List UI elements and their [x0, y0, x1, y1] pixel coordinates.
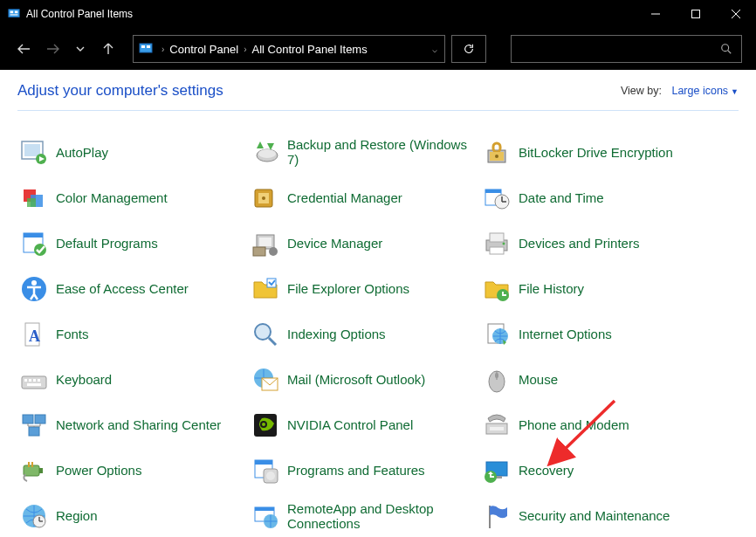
- history-dropdown[interactable]: [70, 38, 91, 59]
- back-button[interactable]: [14, 38, 35, 59]
- programs-icon: [251, 456, 280, 485]
- svg-rect-56: [29, 379, 31, 382]
- item-fonts[interactable]: AFonts: [19, 320, 251, 349]
- clock-icon: [482, 183, 512, 213]
- item-device-manager[interactable]: Device Manager: [251, 229, 482, 258]
- chevron-right-icon[interactable]: ›: [158, 45, 168, 54]
- view-by-dropdown[interactable]: Large icons▼: [671, 85, 739, 97]
- chevron-down-icon[interactable]: ⌵: [432, 45, 439, 54]
- navbar: › Control Panel › All Control Panel Item…: [0, 28, 756, 70]
- item-remoteapp[interactable]: RemoteApp and Desktop Connections: [251, 501, 482, 532]
- svg-text:A: A: [29, 327, 40, 345]
- svg-rect-2: [15, 11, 18, 14]
- item-label: Date and Time: [519, 190, 604, 205]
- keyboard-icon: [19, 365, 49, 395]
- forward-button[interactable]: [42, 38, 63, 59]
- svg-rect-46: [267, 279, 276, 287]
- search-input[interactable]: [511, 35, 742, 63]
- address-bar[interactable]: › Control Panel › All Control Panel Item…: [133, 35, 445, 63]
- item-security-maintenance[interactable]: Security and Maintenance: [482, 501, 713, 532]
- network-icon: [19, 410, 49, 440]
- item-devices-printers[interactable]: Devices and Printers: [482, 229, 713, 258]
- breadcrumb-all-items[interactable]: All Control Panel Items: [250, 43, 368, 56]
- svg-rect-59: [27, 383, 41, 386]
- item-label: Keyboard: [56, 372, 112, 387]
- fonts-icon: A: [19, 320, 49, 349]
- item-label: Security and Maintenance: [519, 508, 670, 523]
- svg-line-51: [269, 338, 276, 345]
- svg-rect-38: [253, 247, 265, 256]
- item-indexing-options[interactable]: Indexing Options: [251, 320, 482, 349]
- item-autoplay[interactable]: AutoPlay: [19, 137, 251, 168]
- window-controls: [636, 0, 756, 28]
- close-button[interactable]: [716, 0, 756, 28]
- refresh-button[interactable]: [451, 35, 486, 63]
- item-backup-restore[interactable]: Backup and Restore (Windows 7): [251, 137, 482, 168]
- item-power-options[interactable]: Power Options: [19, 456, 251, 485]
- flag-icon: [482, 501, 512, 531]
- item-file-explorer-options[interactable]: File Explorer Options: [251, 274, 482, 304]
- item-label: NVIDIA Control Panel: [287, 417, 413, 432]
- item-label: Recovery: [519, 463, 574, 478]
- up-button[interactable]: [98, 38, 119, 59]
- svg-rect-1: [10, 11, 14, 14]
- item-label: Indexing Options: [287, 327, 386, 341]
- breadcrumb-control-panel[interactable]: Control Panel: [168, 43, 240, 56]
- page-title: Adjust your computer's settings: [17, 82, 223, 100]
- item-mouse[interactable]: Mouse: [482, 365, 713, 395]
- item-network-sharing[interactable]: Network and Sharing Center: [19, 410, 251, 440]
- item-label: Programs and Features: [287, 463, 425, 478]
- svg-rect-41: [490, 233, 504, 242]
- item-programs-features[interactable]: Programs and Features: [251, 456, 482, 485]
- item-mail[interactable]: Mail (Microsoft Outlook): [251, 365, 482, 395]
- svg-rect-42: [490, 247, 504, 254]
- item-label: Power Options: [56, 463, 141, 478]
- svg-rect-87: [255, 507, 274, 511]
- minimize-button[interactable]: [636, 0, 676, 28]
- svg-rect-76: [255, 460, 272, 465]
- svg-point-39: [269, 247, 278, 256]
- svg-rect-3: [10, 14, 18, 16]
- svg-rect-57: [33, 379, 36, 382]
- svg-rect-37: [259, 238, 271, 246]
- nvidia-icon: [251, 410, 280, 440]
- svg-rect-34: [24, 233, 43, 238]
- item-ease-of-access[interactable]: Ease of Access Center: [19, 274, 251, 304]
- content-area: Adjust your computer's settings View by:…: [0, 70, 756, 537]
- item-color-management[interactable]: Color Management: [19, 183, 251, 213]
- svg-rect-9: [141, 45, 145, 48]
- window-title: All Control Panel Items: [26, 8, 636, 20]
- svg-point-17: [258, 149, 276, 158]
- view-by-label: View by:: [621, 85, 662, 97]
- maximize-button[interactable]: [676, 0, 716, 28]
- item-label: Backup and Restore (Windows 7): [287, 137, 482, 168]
- item-recovery[interactable]: Recovery: [482, 456, 713, 485]
- svg-rect-54: [22, 376, 46, 389]
- items-grid: AutoPlay Backup and Restore (Windows 7) …: [17, 137, 739, 531]
- item-label: Network and Sharing Center: [56, 417, 221, 432]
- chevron-right-icon[interactable]: ›: [240, 45, 250, 54]
- item-date-time[interactable]: Date and Time: [482, 183, 713, 213]
- item-credential-manager[interactable]: Credential Manager: [251, 183, 482, 213]
- item-label: Devices and Printers: [519, 236, 639, 251]
- item-keyboard[interactable]: Keyboard: [19, 365, 251, 395]
- svg-rect-64: [495, 373, 498, 378]
- file-history-icon: [482, 274, 512, 304]
- svg-rect-55: [24, 379, 27, 382]
- item-bitlocker[interactable]: BitLocker Drive Encryption: [482, 137, 713, 168]
- svg-rect-19: [493, 143, 500, 152]
- svg-rect-14: [24, 144, 40, 156]
- item-file-history[interactable]: File History: [482, 274, 713, 304]
- phone-modem-icon: [482, 410, 512, 440]
- item-region[interactable]: Region: [19, 501, 251, 532]
- svg-rect-29: [485, 189, 501, 193]
- svg-rect-5: [692, 10, 700, 18]
- search-icon: [720, 43, 732, 55]
- item-phone-modem[interactable]: Phone and Modem: [482, 410, 713, 440]
- titlebar: All Control Panel Items: [0, 0, 756, 28]
- svg-point-11: [722, 45, 729, 52]
- item-label: Mail (Microsoft Outlook): [287, 372, 425, 387]
- item-internet-options[interactable]: Internet Options: [482, 320, 713, 349]
- item-default-programs[interactable]: Default Programs: [19, 229, 251, 258]
- item-nvidia[interactable]: NVIDIA Control Panel: [251, 410, 482, 440]
